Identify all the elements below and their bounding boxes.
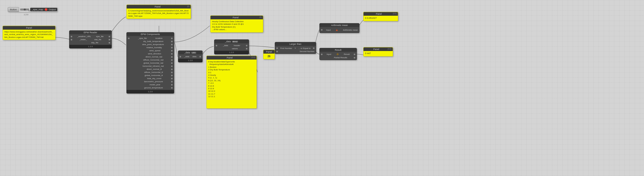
epw-reader-node[interactable]: EPW Reader _weather_URL epw_file _folder…: [69, 30, 112, 48]
baro-press-port: barometric_pressure: [128, 80, 173, 83]
panel-26-node: Panel 26: [263, 50, 275, 59]
panel-result-top-header: Panel {0;0}: [364, 12, 398, 16]
arithmetic-mean-node[interactable]: Arithmetic mean Input ▲ Arithmetic mean: [319, 23, 359, 33]
dry-bulb-port: dry_bulb_temperature: [128, 40, 173, 43]
panel-result-top-node: Panel {0;0} 0 0.051027: [363, 12, 398, 21]
epw-file-in-port: _epw_file location: [128, 37, 173, 40]
model-year-port: model_year: [128, 83, 173, 86]
larger-than-node[interactable]: Larger than First Number > ... or Equal …: [275, 42, 316, 54]
weather-url-port: _weather_URL epw_file: [71, 35, 110, 38]
panel-result-top-content: 0 0.051027: [364, 16, 398, 21]
panel-hourly-node: Panel {0} Hourly Continuous Data Collect…: [210, 15, 263, 32]
button-version: 1.2.0: [24, 13, 28, 16]
larger-than-body: First Number > ... or Equal to Second Nu…: [275, 46, 316, 54]
leg-data-node[interactable]: _data LEG _data data 1.2.0: [178, 51, 203, 62]
dir-normal-rad-port: direct_normal_rad: [128, 55, 173, 58]
panel-26-content: 26: [263, 54, 275, 59]
panel-result-bottom-header: Panel {0;0}: [364, 47, 393, 51]
hb-data-header: _data B8 A2: [214, 40, 249, 43]
epw-reader-version: 1.2.0: [69, 45, 111, 48]
hb-data-body: _data header values: [214, 43, 249, 51]
wind-dir-port: wind_direction: [128, 52, 173, 55]
button-node[interactable]: Button _epw_map 🔴 Output: [8, 7, 57, 12]
button-label[interactable]: Button: [8, 7, 19, 12]
dew-point-port: dew_point_temperature: [128, 43, 173, 46]
hb-data-node[interactable]: _data B8 A2 _data header values 1.2.0: [214, 39, 249, 54]
panel-hourly-header: Panel {0}: [211, 16, 263, 19]
arithmetic-mean-body: Input ▲ Arithmetic mean: [320, 27, 359, 33]
epw-components-version: 1.2.0: [127, 90, 174, 93]
epw-reader-header: EPW Reader: [69, 31, 111, 34]
panel-filepath-node: Panel {0} C:\Users\Ingmar\ladybug_tools\…: [126, 5, 191, 19]
panel-result-bottom-content: 0 447: [364, 51, 393, 56]
horiz-ir-port: horizontal_infrared_rad: [128, 65, 173, 68]
leg-badge: LEG: [191, 52, 196, 54]
panel-url-content: https://www.energyplus.net/weather-downl…: [3, 30, 55, 40]
epw-components-node[interactable]: EPW Components _epw_file location dry_bu…: [126, 32, 174, 94]
panel-filepath-content: C:\Users\Ingmar\ladybug_tools\resources\…: [127, 9, 191, 19]
panel-filepath-header: Panel {0}: [127, 5, 191, 9]
panel-url-header: Panel: [3, 26, 55, 30]
panel-result-bottom-node: Panel {0;0} 0 447: [363, 47, 393, 56]
glob-horiz-ill-port: global_horizontal_ill: [128, 74, 173, 77]
hb-badge: B8 A2: [232, 41, 238, 43]
panel-26-header: Panel: [263, 50, 275, 54]
dir-normal-ill-port: direct_normal_ill: [128, 68, 173, 71]
leg-data-header: _data LEG: [178, 51, 202, 54]
ddy-port: ddy_file: [71, 41, 110, 44]
epw-reader-body: _weather_URL epw_file _folder_ stat_file…: [69, 34, 111, 45]
panel-dict-node: Panel {0;0} 0 key:location/dataType/unit…: [206, 56, 257, 108]
leg-data-body: _data data: [178, 54, 202, 59]
hb-data-version: 1.2.0: [214, 51, 249, 54]
leg-data-version: 1.2.0: [178, 59, 202, 62]
rel-humidity-port: relative_humidity: [128, 46, 173, 49]
wind-speed-port: wind_speed: [128, 49, 173, 52]
diff-horiz-rad-port: diffuse_horizontal_rad: [128, 58, 173, 61]
panel-dict-header: Panel {0;0}: [207, 56, 256, 60]
epw-components-body: _epw_file location dry_bulb_temperature …: [127, 36, 174, 90]
glob-horiz-rad-port: global_horizontal_rad: [128, 62, 173, 64]
panel-url-node: Panel https://www.energyplus.net/weather…: [3, 26, 55, 40]
arithmetic-mean-header: Arithmetic mean: [320, 23, 359, 27]
epw-components-header: EPW Components: [127, 32, 174, 36]
ground-temp-port: ground_temperature: [128, 86, 173, 89]
result-header: Result: [320, 48, 357, 52]
panel-dict-content: 0 key:location/dataType/units /frequency…: [207, 60, 256, 107]
result-body: Input ⚙ Result Partial Results: [320, 52, 357, 60]
folder-port: _folder_ stat_file: [71, 38, 110, 41]
larger-than-header: Larger than: [275, 42, 316, 46]
diff-horiz-ill-port: diffuse_horizontal_ill: [128, 71, 173, 74]
panel-hourly-content: Hourly Continuous Data Collection 1/1 to…: [211, 19, 263, 32]
button-text: Button: [10, 8, 17, 11]
epw-map-label: _epw_map 🔴 Output: [30, 8, 57, 11]
result-node[interactable]: Result Input ⚙ Result Partial Results: [319, 48, 357, 60]
sky-cover-port: total_sky_cover: [128, 77, 173, 80]
